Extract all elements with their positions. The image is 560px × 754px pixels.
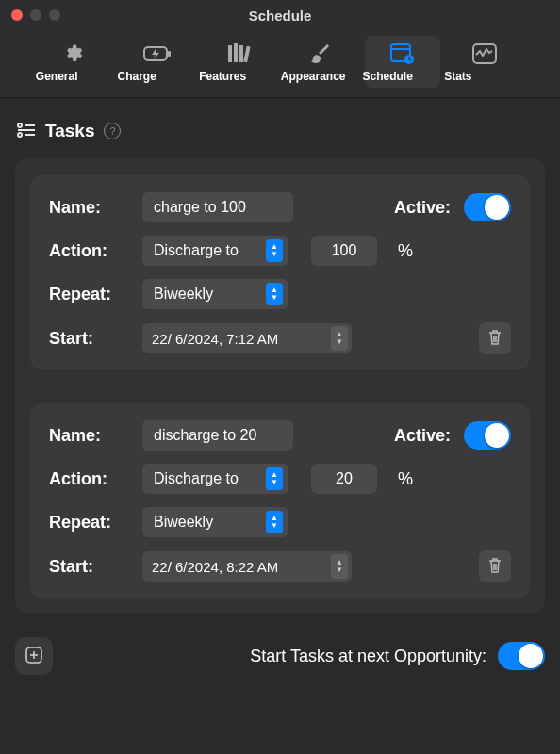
maximize-window-button[interactable] [49,9,60,21]
start-datetime[interactable]: 22/ 6/2024, 7:12 AM ▲▼ [142,323,352,353]
active-toggle[interactable] [464,193,511,221]
task-card: Name: Active: Action: Discharge to ▲▼ % … [30,175,530,369]
close-window-button[interactable] [11,9,23,21]
tasks-panel: Name: Active: Action: Discharge to ▲▼ % … [15,158,545,613]
minimize-window-button[interactable] [30,9,41,21]
chevron-updown-icon: ▲▼ [266,467,283,490]
section-title: Tasks [45,121,94,141]
battery-charge-icon [143,41,172,66]
tab-label: Charge [118,70,198,83]
repeat-select[interactable]: Biweekly ▲▼ [142,507,288,537]
svg-rect-4 [239,45,243,62]
tab-schedule[interactable]: Schedule [365,36,441,88]
action-label: Action: [49,241,129,261]
action-value-input[interactable] [311,236,377,266]
start-value: 22/ 6/2024, 8:22 AM [152,559,327,575]
svg-point-10 [18,123,22,127]
percent-label: % [398,469,413,489]
footer-row: Start Tasks at next Opportunity: [15,637,545,675]
repeat-label: Repeat: [49,285,129,304]
task-card: Name: Active: Action: Discharge to ▲▼ % … [30,403,530,598]
toolbar: General Charge Features Appearance Sched… [0,30,560,98]
tab-general[interactable]: General [38,36,114,88]
gear-icon [64,41,87,66]
start-datetime[interactable]: 22/ 6/2024, 8:22 AM ▲▼ [142,551,352,582]
start-label: Start: [49,557,129,577]
stepper-icon[interactable]: ▲▼ [331,326,348,351]
repeat-label: Repeat: [49,513,129,533]
help-icon[interactable]: ? [104,123,121,139]
svg-rect-2 [228,45,232,62]
percent-label: % [398,241,413,261]
titlebar: Schedule [0,0,560,30]
brush-icon [310,41,331,66]
repeat-select[interactable]: Biweekly ▲▼ [142,279,288,309]
tab-label: Features [199,70,279,83]
svg-rect-5 [243,45,250,61]
active-label: Active: [394,426,451,446]
tab-stats[interactable]: Stats [446,36,522,88]
name-label: Name: [49,198,129,218]
active-toggle[interactable] [464,421,511,450]
task-name-input[interactable] [142,192,293,222]
window-title: Schedule [249,8,312,24]
repeat-value: Biweekly [154,514,258,531]
task-name-input[interactable] [142,420,293,451]
stats-icon [472,41,497,66]
chevron-updown-icon: ▲▼ [266,283,283,305]
tab-appearance[interactable]: Appearance [283,36,359,88]
action-select[interactable]: Discharge to ▲▼ [142,236,288,266]
action-value: Discharge to [154,470,258,487]
svg-point-12 [18,133,22,137]
add-task-button[interactable] [15,637,53,675]
content: Tasks ? Name: Active: Action: Discharge … [0,98,560,690]
books-icon [227,41,252,66]
start-value: 22/ 6/2024, 7:12 AM [152,331,327,347]
delete-task-button[interactable] [479,550,511,582]
list-icon [17,123,36,140]
tab-features[interactable]: Features [201,36,277,88]
repeat-value: Biweekly [154,286,258,303]
svg-rect-1 [168,51,171,57]
trash-icon [487,557,502,577]
trash-icon [487,329,502,349]
name-label: Name: [49,426,129,446]
tab-label: Schedule [363,70,443,83]
plus-square-icon [25,646,43,667]
active-label: Active: [394,198,451,218]
start-label: Start: [49,329,129,349]
action-value-input[interactable] [311,464,377,494]
chevron-updown-icon: ▲▼ [266,239,283,262]
stepper-icon[interactable]: ▲▼ [331,554,348,579]
traffic-lights [0,9,60,21]
calendar-clock-icon [390,41,415,66]
svg-rect-3 [234,43,238,62]
action-select[interactable]: Discharge to ▲▼ [142,464,288,494]
section-header: Tasks ? [15,121,545,141]
tab-label: Appearance [281,70,361,83]
action-value: Discharge to [154,242,258,259]
tab-label: Stats [444,70,524,83]
opportunity-label: Start Tasks at next Opportunity: [250,647,486,666]
tab-label: General [36,70,116,83]
delete-task-button[interactable] [479,322,511,354]
tab-charge[interactable]: Charge [120,36,196,88]
opportunity-toggle[interactable] [498,642,545,670]
chevron-updown-icon: ▲▼ [266,511,283,533]
action-label: Action: [49,469,129,489]
